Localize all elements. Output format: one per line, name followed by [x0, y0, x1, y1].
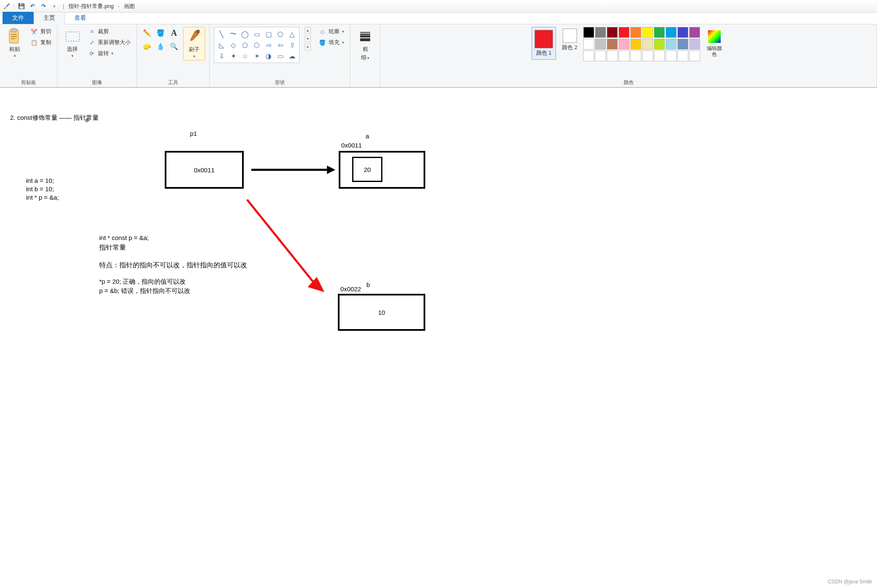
cut-icon: ✂️	[30, 28, 38, 35]
pencil-tool[interactable]: ✏️	[141, 27, 153, 39]
color-swatch[interactable]	[689, 50, 700, 61]
color-swatch[interactable]	[666, 50, 677, 61]
color-swatch[interactable]	[689, 27, 700, 38]
shape-callout-round-icon[interactable]: ◑	[263, 51, 274, 61]
color-swatch[interactable]	[619, 27, 629, 38]
shape-hexagon-icon[interactable]: ⬡	[251, 40, 262, 50]
group-label-shapes: 形状	[275, 77, 285, 86]
color-swatch[interactable]	[666, 27, 677, 38]
color-swatch[interactable]	[654, 27, 665, 38]
color-swatch[interactable]	[677, 50, 688, 61]
color-swatch[interactable]	[677, 27, 688, 38]
crop-button[interactable]: ⌗ 裁剪	[86, 27, 132, 36]
shape-line-icon[interactable]: ╲	[216, 29, 227, 39]
shape-arrow-l-icon[interactable]: ⇦	[275, 40, 286, 50]
shape-roundrect-icon[interactable]: ▢	[263, 29, 274, 39]
shapes-scroll-up-icon[interactable]: ▴	[305, 27, 311, 34]
color2-button[interactable]: 颜色 2	[559, 27, 580, 53]
magnifier-tool[interactable]: 🔍	[168, 40, 180, 52]
app-name: 画图	[124, 3, 135, 10]
redo-icon[interactable]: ↷	[39, 2, 47, 11]
shapes-more-icon[interactable]: ▾	[305, 44, 311, 50]
color1-label: 颜色 1	[536, 49, 552, 57]
color-swatch[interactable]	[630, 27, 641, 38]
color-swatch[interactable]	[595, 39, 606, 50]
color-swatch[interactable]	[642, 39, 653, 50]
svg-rect-7	[708, 30, 721, 43]
undo-icon[interactable]: ↶	[28, 2, 37, 11]
qat-dropdown-icon[interactable]: ▾	[50, 2, 58, 11]
shape-curve-icon[interactable]: 〜	[228, 29, 239, 39]
color-swatch[interactable]	[607, 50, 618, 61]
shape-star6-icon[interactable]: ✶	[251, 51, 262, 61]
shapes-gallery[interactable]: ╲ 〜 ◯ ▭ ▢ ⬠ △ ◺ ◇ ⬠ ⬡ ⇨ ⇦ ⇧ ⇩ ✦ ☆ ✶ ◑ ▭	[214, 27, 300, 63]
color-swatch[interactable]	[583, 50, 594, 61]
chevron-down-icon: ▾	[14, 54, 16, 58]
shape-star5-icon[interactable]: ☆	[240, 51, 250, 61]
color-swatch[interactable]	[619, 39, 629, 50]
eyedropper-icon: 💧	[156, 42, 165, 50]
shape-arrow-r-icon[interactable]: ⇨	[263, 40, 274, 50]
color-palette	[583, 27, 700, 61]
color-swatch[interactable]	[666, 39, 677, 50]
tab-view[interactable]: 查看	[65, 12, 96, 24]
color-swatch[interactable]	[583, 39, 594, 50]
tab-file[interactable]: 文件	[3, 12, 34, 24]
select-button[interactable]: 选择 ▾	[62, 27, 83, 60]
color-swatch[interactable]	[654, 39, 665, 50]
shape-star4-icon[interactable]: ✦	[228, 51, 239, 61]
group-label-image: 图像	[92, 77, 102, 86]
eraser-icon: 🧽	[143, 42, 151, 50]
color1-button[interactable]: 颜色 1	[532, 27, 556, 60]
shape-rtriangle-icon[interactable]: ◺	[216, 40, 227, 50]
paste-button[interactable]: 粘贴 ▾	[4, 27, 25, 60]
outline-button[interactable]: ◇ 轮廓 ▾	[317, 27, 346, 36]
shape-callout-cloud-icon[interactable]: ☁	[287, 51, 298, 61]
picker-tool[interactable]: 💧	[155, 40, 166, 52]
chevron-down-icon: ▾	[193, 54, 195, 58]
dash: -	[118, 3, 119, 9]
rotate-icon: ⟳	[88, 50, 95, 57]
cut-label: 剪切	[40, 28, 51, 35]
shape-rect-icon[interactable]: ▭	[251, 29, 262, 39]
color-swatch[interactable]	[654, 50, 665, 61]
shape-diamond-icon[interactable]: ◇	[228, 40, 239, 50]
edit-colors-button[interactable]: 编辑颜色	[703, 27, 725, 59]
brush-button[interactable]: 刷子 ▾	[183, 27, 205, 61]
color-swatch[interactable]	[677, 39, 688, 50]
color-swatch[interactable]	[595, 27, 606, 38]
svg-rect-6	[196, 30, 200, 33]
text-tool[interactable]: A	[168, 27, 180, 39]
shape-oval-icon[interactable]: ◯	[240, 29, 250, 39]
color-swatch[interactable]	[583, 27, 594, 38]
color-swatch[interactable]	[689, 39, 700, 50]
color-swatch[interactable]	[642, 27, 653, 38]
shapes-scroll-down-icon[interactable]: ▾	[305, 35, 311, 42]
ribbon-tabs: 文件 主页 查看	[0, 13, 877, 24]
edit-colors-label: 编辑颜色	[706, 45, 723, 58]
color-swatch[interactable]	[630, 39, 641, 50]
color-swatch[interactable]	[595, 50, 606, 61]
tab-home[interactable]: 主页	[34, 12, 65, 24]
color-swatch[interactable]	[607, 27, 618, 38]
fill-button[interactable]: 🪣 填充 ▾	[317, 38, 346, 47]
color-swatch[interactable]	[630, 50, 641, 61]
resize-button[interactable]: ⤢ 重新调整大小	[86, 38, 132, 47]
shape-triangle-icon[interactable]: △	[287, 29, 298, 39]
color-swatch[interactable]	[642, 50, 653, 61]
shape-arrow-u-icon[interactable]: ⇧	[287, 40, 298, 50]
stroke-width-button[interactable]: 粗 细 ▾	[355, 27, 376, 63]
ribbon: 粘贴 ▾ ✂️ 剪切 📋 复制 剪贴板 选择	[0, 24, 877, 87]
eraser-tool[interactable]: 🧽	[141, 40, 153, 52]
shape-callout-rect-icon[interactable]: ▭	[275, 51, 286, 61]
shape-polygon-icon[interactable]: ⬠	[275, 29, 286, 39]
rotate-button[interactable]: ⟳ 旋转 ▾	[86, 49, 132, 58]
shape-pentagon-icon[interactable]: ⬠	[240, 40, 250, 50]
fill-tool[interactable]: 🪣	[155, 27, 166, 39]
copy-button[interactable]: 📋 复制	[29, 38, 53, 47]
color-swatch[interactable]	[607, 39, 618, 50]
shape-arrow-d-icon[interactable]: ⇩	[216, 51, 227, 61]
color-swatch[interactable]	[619, 50, 629, 61]
save-icon[interactable]: 💾	[17, 2, 26, 11]
cut-button[interactable]: ✂️ 剪切	[29, 27, 53, 36]
